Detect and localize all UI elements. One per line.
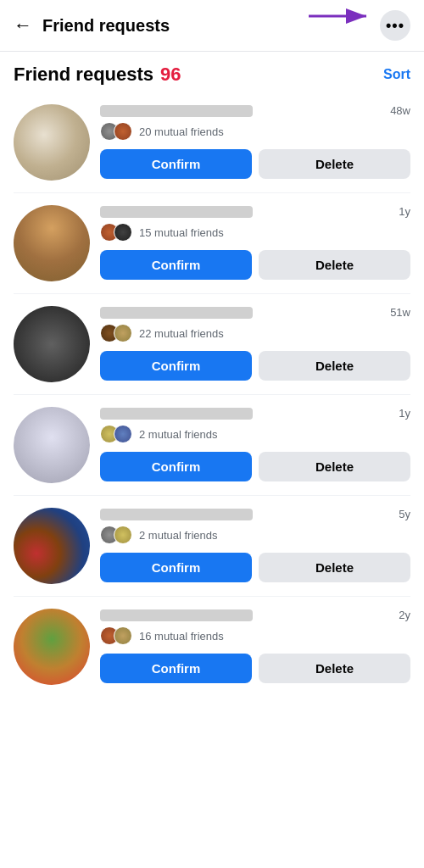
delete-button[interactable]: Delete: [259, 149, 410, 179]
request-item: 51w22 mutual friendsConfirmDelete: [14, 294, 410, 395]
confirm-button[interactable]: Confirm: [100, 250, 252, 280]
sort-button[interactable]: Sort: [383, 67, 410, 82]
more-options-button[interactable]: •••: [380, 10, 410, 41]
subheader-title: Friend requests: [14, 64, 153, 86]
avatar: [14, 104, 90, 181]
name-row: 2y: [100, 609, 410, 621]
mutual-row: 22 mutual friends: [100, 324, 410, 342]
mutual-avatars: [100, 626, 127, 645]
request-info: 48w20 mutual friendsConfirmDelete: [100, 104, 410, 179]
action-row: ConfirmDelete: [100, 149, 410, 179]
delete-button[interactable]: Delete: [259, 654, 410, 683]
requests-list: 48w20 mutual friendsConfirmDelete1y15 mu…: [0, 92, 424, 685]
request-info: 1y2 mutual friendsConfirmDelete: [100, 407, 410, 481]
request-item: 2y16 mutual friendsConfirmDelete: [14, 597, 410, 685]
avatar: [14, 407, 90, 483]
time-label: 51w: [390, 306, 410, 319]
mutual-text: 2 mutual friends: [139, 529, 218, 542]
action-row: ConfirmDelete: [100, 250, 410, 280]
request-item: 5y2 mutual friendsConfirmDelete: [14, 496, 410, 597]
time-label: 1y: [399, 407, 410, 420]
name-row: 5y: [100, 508, 410, 520]
name-blur: [100, 206, 253, 218]
confirm-button[interactable]: Confirm: [100, 452, 252, 481]
delete-button[interactable]: Delete: [259, 351, 410, 381]
name-row: 48w: [100, 104, 410, 117]
action-row: ConfirmDelete: [100, 654, 410, 683]
mutual-avatars: [100, 425, 127, 443]
time-label: 5y: [399, 508, 410, 520]
request-info: 5y2 mutual friendsConfirmDelete: [100, 508, 410, 582]
mutual-text: 20 mutual friends: [139, 125, 224, 138]
avatar: [14, 609, 90, 685]
subheader: Friend requests 96 Sort: [0, 52, 424, 92]
delete-button[interactable]: Delete: [259, 452, 410, 481]
back-button[interactable]: ←: [14, 14, 32, 36]
mutual-avatars: [100, 526, 127, 544]
request-info: 2y16 mutual friendsConfirmDelete: [100, 609, 410, 683]
request-info: 51w22 mutual friendsConfirmDelete: [100, 306, 410, 381]
time-label: 48w: [390, 104, 410, 117]
mutual-avatar: [114, 425, 132, 443]
mutual-avatars: [100, 122, 127, 141]
mutual-row: 20 mutual friends: [100, 122, 410, 141]
delete-button[interactable]: Delete: [259, 250, 410, 280]
request-item: 1y15 mutual friendsConfirmDelete: [14, 193, 410, 294]
action-row: ConfirmDelete: [100, 452, 410, 481]
header: ← Friend requests •••: [0, 0, 424, 52]
mutual-avatar: [114, 324, 132, 342]
name-blur: [100, 609, 253, 621]
mutual-text: 15 mutual friends: [139, 226, 224, 239]
avatar: [14, 508, 90, 584]
mutual-avatar: [114, 122, 132, 141]
confirm-button[interactable]: Confirm: [100, 149, 252, 179]
mutual-avatar: [114, 526, 132, 544]
mutual-row: 2 mutual friends: [100, 526, 410, 544]
purple-arrow-icon: [309, 3, 377, 29]
mutual-text: 2 mutual friends: [139, 428, 218, 441]
time-label: 2y: [399, 609, 410, 621]
mutual-row: 2 mutual friends: [100, 425, 410, 443]
mutual-avatars: [100, 324, 127, 342]
mutual-text: 16 mutual friends: [139, 630, 224, 643]
name-row: 51w: [100, 306, 410, 319]
mutual-avatars: [100, 223, 127, 242]
confirm-button[interactable]: Confirm: [100, 654, 252, 683]
mutual-avatar: [114, 223, 132, 242]
arrow-container: •••: [380, 10, 410, 41]
action-row: ConfirmDelete: [100, 553, 410, 582]
request-item: 1y2 mutual friendsConfirmDelete: [14, 395, 410, 496]
name-blur: [100, 408, 253, 420]
name-blur: [100, 307, 253, 319]
subheader-left: Friend requests 96: [14, 64, 181, 86]
mutual-row: 16 mutual friends: [100, 626, 410, 645]
confirm-button[interactable]: Confirm: [100, 351, 252, 381]
name-row: 1y: [100, 205, 410, 218]
name-blur: [100, 105, 253, 117]
request-count: 96: [160, 64, 181, 86]
delete-button[interactable]: Delete: [259, 553, 410, 582]
name-blur: [100, 509, 253, 520]
mutual-text: 22 mutual friends: [139, 327, 224, 340]
mutual-avatar: [114, 626, 132, 645]
avatar: [14, 205, 90, 281]
mutual-row: 15 mutual friends: [100, 223, 410, 242]
action-row: ConfirmDelete: [100, 351, 410, 381]
avatar: [14, 306, 90, 382]
request-info: 1y15 mutual friendsConfirmDelete: [100, 205, 410, 280]
time-label: 1y: [399, 205, 410, 218]
name-row: 1y: [100, 407, 410, 420]
confirm-button[interactable]: Confirm: [100, 553, 252, 582]
request-item: 48w20 mutual friendsConfirmDelete: [14, 92, 410, 193]
